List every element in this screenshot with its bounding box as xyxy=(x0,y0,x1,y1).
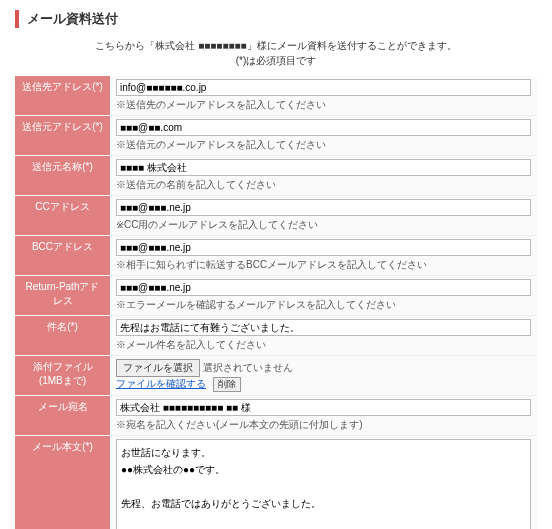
hint-subject: ※メール件名を記入してください xyxy=(116,338,531,352)
input-to[interactable] xyxy=(116,79,531,96)
input-return[interactable] xyxy=(116,279,531,296)
file-select-button[interactable]: ファイルを選択 xyxy=(116,359,200,377)
input-bcc[interactable] xyxy=(116,239,531,256)
label-body: メール本文(*) xyxy=(15,436,110,530)
file-status: 選択されていません xyxy=(203,362,293,373)
hint-from: ※送信元のメールアドレスを記入してください xyxy=(116,138,531,152)
form-table: 送信先アドレス(*) ※送信先のメールアドレスを記入してください 送信元アドレス… xyxy=(15,76,537,529)
label-cc: CCアドレス xyxy=(15,196,110,236)
hint-cc: ※CC用のメールアドレスを記入してください xyxy=(116,218,531,232)
textarea-body[interactable] xyxy=(116,439,531,529)
input-from[interactable] xyxy=(116,119,531,136)
label-subject: 件名(*) xyxy=(15,316,110,356)
label-attach: 添付ファイル (1MBまで) xyxy=(15,356,110,396)
label-return: Return-Pathアドレス xyxy=(15,276,110,316)
intro-text: こちらから「株式会社 ■■■■■■■■」様にメール資料を送付することができます。… xyxy=(15,38,537,68)
label-addressee: メール宛名 xyxy=(15,396,110,436)
input-subject[interactable] xyxy=(116,319,531,336)
page-title: メール資料送付 xyxy=(15,10,537,28)
file-confirm-link[interactable]: ファイルを確認する xyxy=(116,378,206,389)
hint-fromname: ※送信元の名前を記入してください xyxy=(116,178,531,192)
label-bcc: BCCアドレス xyxy=(15,236,110,276)
input-addressee[interactable] xyxy=(116,399,531,416)
input-fromname[interactable] xyxy=(116,159,531,176)
label-to: 送信先アドレス(*) xyxy=(15,76,110,116)
file-delete-button[interactable]: 削除 xyxy=(213,377,241,392)
hint-bcc: ※相手に知られずに転送するBCCメールアドレスを記入してください xyxy=(116,258,531,272)
hint-return: ※エラーメールを確認するメールアドレスを記入してください xyxy=(116,298,531,312)
input-cc[interactable] xyxy=(116,199,531,216)
label-fromname: 送信元名称(*) xyxy=(15,156,110,196)
hint-to: ※送信先のメールアドレスを記入してください xyxy=(116,98,531,112)
hint-addressee: ※宛名を記入ください(メール本文の先頭に付加します) xyxy=(116,418,531,432)
label-from: 送信元アドレス(*) xyxy=(15,116,110,156)
